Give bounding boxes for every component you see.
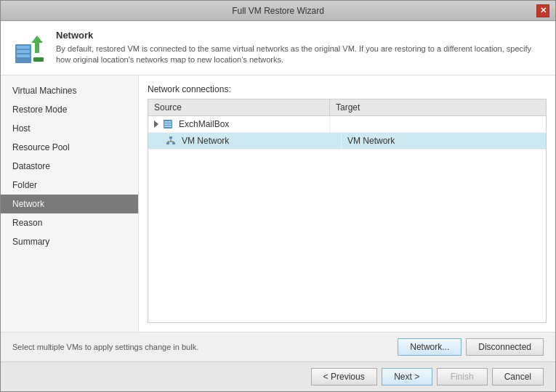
svg-rect-5 xyxy=(33,57,44,62)
footer: < Previous Next > Finish Cancel xyxy=(1,362,555,391)
col-target: Target xyxy=(330,99,546,115)
network-table: Source Target xyxy=(148,99,547,323)
svg-rect-8 xyxy=(164,123,172,125)
expand-icon xyxy=(154,121,158,128)
svg-rect-3 xyxy=(17,54,30,57)
svg-rect-9 xyxy=(164,126,172,127)
sidebar-item-network[interactable]: Network xyxy=(1,195,138,213)
network-icon xyxy=(166,136,176,146)
sidebar-item-folder[interactable]: Folder xyxy=(1,176,138,195)
table-cell-target xyxy=(330,116,546,132)
svg-rect-7 xyxy=(164,121,172,123)
header-icon xyxy=(12,30,47,65)
vm-network-source-label: VM Network xyxy=(182,136,229,146)
table-row-selected[interactable]: VM Network VM Network xyxy=(148,133,546,150)
svg-rect-1 xyxy=(17,46,30,49)
split-area: Virtual Machines Restore Mode Host Resou… xyxy=(1,75,555,332)
sidebar: Virtual Machines Restore Mode Host Resou… xyxy=(1,75,139,332)
network-connections-label: Network connections: xyxy=(148,84,547,94)
main-window: Full VM Restore Wizard ✕ Network xyxy=(0,0,556,392)
table-row[interactable]: ExchMailBox xyxy=(148,116,546,133)
col-source: Source xyxy=(148,99,330,115)
action-bar-text: Select multiple VMs to apply settings ch… xyxy=(12,343,198,351)
sidebar-item-resource-pool[interactable]: Resource Pool xyxy=(1,138,138,157)
disconnected-button[interactable]: Disconnected xyxy=(466,338,544,356)
table-cell-source: ExchMailBox xyxy=(148,116,330,132)
finish-button[interactable]: Finish xyxy=(437,368,488,385)
previous-button[interactable]: < Previous xyxy=(311,368,377,385)
header-text: Network By default, restored VM is conne… xyxy=(56,30,544,66)
main-body: Network By default, restored VM is conne… xyxy=(1,21,555,391)
exchmailbox-label: ExchMailBox xyxy=(179,119,229,129)
sidebar-item-restore-mode[interactable]: Restore Mode xyxy=(1,100,138,119)
sidebar-item-host[interactable]: Host xyxy=(1,119,138,138)
sidebar-item-reason[interactable]: Reason xyxy=(1,213,138,232)
action-bar: Select multiple VMs to apply settings ch… xyxy=(1,332,555,362)
svg-marker-4 xyxy=(31,36,43,53)
sidebar-item-summary[interactable]: Summary xyxy=(1,232,138,251)
sidebar-item-virtual-machines[interactable]: Virtual Machines xyxy=(1,81,138,100)
close-button[interactable]: ✕ xyxy=(536,4,549,17)
titlebar: Full VM Restore Wizard ✕ xyxy=(1,1,555,21)
window-title: Full VM Restore Wizard xyxy=(20,6,536,16)
header-section: Network By default, restored VM is conne… xyxy=(1,21,555,75)
network-button[interactable]: Network... xyxy=(398,338,462,356)
table-header: Source Target xyxy=(148,99,546,116)
sidebar-item-datastore[interactable]: Datastore xyxy=(1,157,138,176)
header-description: By default, restored VM is connected to … xyxy=(56,44,544,66)
svg-rect-10 xyxy=(169,136,172,139)
table-body: ExchMailBox xyxy=(148,116,546,150)
svg-rect-11 xyxy=(166,142,169,144)
svg-rect-12 xyxy=(172,142,175,144)
table-cell-vm-source: VM Network xyxy=(160,133,342,149)
header-title: Network xyxy=(56,30,544,41)
svg-rect-2 xyxy=(17,50,30,53)
server-icon xyxy=(163,119,173,129)
table-cell-vm-target: VM Network xyxy=(342,133,546,149)
right-panel: Network connections: Source Target xyxy=(139,75,555,332)
cancel-button[interactable]: Cancel xyxy=(492,368,544,385)
action-bar-buttons: Network... Disconnected xyxy=(398,338,544,356)
next-button[interactable]: Next > xyxy=(382,368,432,385)
